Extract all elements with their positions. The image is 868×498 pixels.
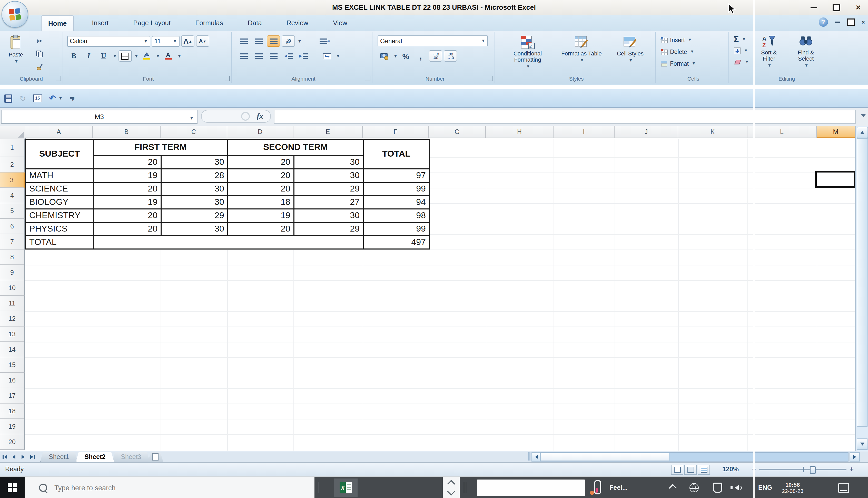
column-header-H[interactable]: H [486,126,554,138]
dock-scroll-down-icon[interactable] [447,487,455,495]
row-header-3[interactable]: 3 [0,172,25,188]
cell-mark-science-3[interactable]: 29 [294,182,363,196]
format-cells-button[interactable]: Format▼ [660,58,727,68]
cell-max-marks-3[interactable]: 30 [294,156,363,169]
tab-page-layout[interactable]: Page Layout [126,15,177,31]
clock[interactable]: 10:5822-08-23 [782,477,803,498]
workbook-restore-icon[interactable] [847,18,854,26]
weather-label[interactable]: Feel... [609,477,628,498]
row-header-17[interactable]: 17 [0,388,25,404]
middle-align-button[interactable] [252,36,265,47]
tab-data[interactable]: Data [241,15,269,31]
row-header-12[interactable]: 12 [0,311,25,327]
cell-max-marks-1[interactable]: 30 [161,156,228,169]
first-sheet-button[interactable] [0,452,9,461]
vertical-scrollbar[interactable] [855,126,868,451]
column-header-B[interactable]: B [93,126,161,138]
row-header-1[interactable]: 1 [0,139,25,157]
undo-button[interactable]: ↶▼ [49,94,63,102]
security-button[interactable] [713,477,722,498]
start-button[interactable] [0,477,25,498]
decrease-indent-button[interactable]: ◄ [282,50,295,62]
workbook-minimize-icon[interactable] [835,22,840,23]
zoom-in-icon[interactable]: + [850,466,854,472]
tray-grip[interactable] [464,482,466,493]
next-sheet-button[interactable] [18,452,28,461]
cell-mark-math-2[interactable]: 20 [228,169,294,182]
previous-sheet-button[interactable] [9,452,18,461]
sheet-tab-sheet2[interactable]: Sheet2 [76,451,114,462]
row-header-14[interactable]: 14 [0,342,25,357]
top-align-button[interactable] [237,36,250,47]
weather-widget[interactable] [594,477,601,498]
tab-insert[interactable]: Insert [85,15,115,31]
merge-center-button[interactable] [320,50,334,62]
tab-view[interactable]: View [326,15,354,31]
cell-subject-science[interactable]: SCIENCE [26,182,93,196]
hscroll-right-button[interactable] [850,452,860,461]
delete-cells-button[interactable]: Delete▼ [660,47,727,56]
row-header-6[interactable]: 6 [0,219,25,234]
action-center-button[interactable] [838,477,849,498]
formula-bar-expand-icon[interactable] [861,114,866,117]
insert-cells-button[interactable]: Insert▼ [660,35,727,45]
autosum-button[interactable]: Σ▼ [734,35,749,44]
sort-filter-button[interactable]: AZ Sort & Filter ▼ [752,34,786,74]
sheet-tab-sheet1[interactable]: Sheet1 [40,451,78,462]
cell-mark-biology-1[interactable]: 30 [161,196,228,209]
comma-style-button[interactable]: , [414,50,427,62]
number-dialog-launcher[interactable] [488,76,493,81]
italic-button[interactable]: I [82,50,95,62]
column-header-I[interactable]: I [554,126,614,138]
save-icon[interactable] [4,94,12,102]
row-header-20[interactable]: 20 [0,434,25,450]
horizontal-scroll-thumb[interactable] [540,453,669,461]
insert-function-area[interactable]: fx [201,110,271,123]
fill-color-button[interactable] [140,50,153,62]
dock-scroll-up-icon[interactable] [447,480,455,488]
accounting-format-button[interactable] [378,50,391,62]
row-header-5[interactable]: 5 [0,203,25,219]
cell-total-math[interactable]: 97 [363,169,429,182]
clear-button[interactable]: ▼ [734,57,749,67]
decrease-decimal-button[interactable]: .00→.0 [444,50,457,62]
scroll-down-button[interactable] [857,438,868,450]
tab-split-handle[interactable] [528,452,531,460]
font-name-select[interactable]: Calibri▼ [67,36,150,47]
cell-total-row-span[interactable] [93,236,363,249]
name-box[interactable]: M3 ▼ [1,110,198,124]
cell-second-term-header[interactable]: SECOND TERM [228,139,363,156]
workbook-close-icon[interactable]: × [862,19,865,25]
switch-windows-icon[interactable]: 15 [33,94,42,102]
cell-max-marks-2[interactable]: 20 [228,156,294,169]
cell-total-row-label[interactable]: TOTAL [26,236,93,249]
row-header-18[interactable]: 18 [0,404,25,419]
cell-mark-math-0[interactable]: 19 [93,169,161,182]
row-header-15[interactable]: 15 [0,357,25,373]
row-header-4[interactable]: 4 [0,188,25,203]
cell-mark-math-3[interactable]: 30 [294,169,363,182]
cell-total-science[interactable]: 99 [363,182,429,196]
cell-subject-physics[interactable]: PHYSICS [26,222,93,236]
cell-mark-physics-3[interactable]: 29 [294,222,363,236]
help-icon[interactable]: ? [818,17,828,27]
row-header-16[interactable]: 16 [0,373,25,388]
row-header-7[interactable]: 7 [0,234,25,250]
sheet-tab-sheet3[interactable]: Sheet3 [112,451,150,462]
cell-styles-button[interactable]: Cell Styles ▼ [608,34,652,74]
vertical-scroll-thumb[interactable] [857,138,868,427]
tab-formulas[interactable]: Formulas [189,15,230,31]
row-header-8[interactable]: 8 [0,250,25,265]
increase-decimal-button[interactable]: ←.0.00 [429,50,442,62]
fill-button[interactable]: ▼ [734,46,749,55]
cell-total-chemistry[interactable]: 98 [363,209,429,222]
cell-mark-physics-0[interactable]: 20 [93,222,161,236]
column-header-D[interactable]: D [227,126,294,138]
page-layout-view-button[interactable] [684,464,697,475]
number-format-select[interactable]: General▼ [378,36,488,46]
volume-button[interactable] [735,477,739,498]
cell-mark-science-2[interactable]: 20 [228,182,294,196]
cell-mark-physics-2[interactable]: 20 [228,222,294,236]
cell-mark-physics-1[interactable]: 30 [161,222,228,236]
row-header-11[interactable]: 11 [0,296,25,311]
